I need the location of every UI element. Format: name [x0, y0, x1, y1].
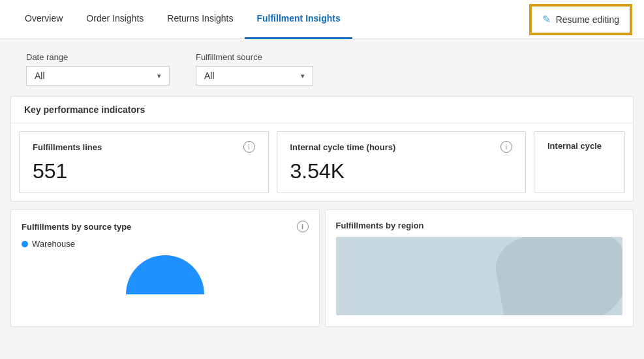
info-icon-1[interactable]: i	[243, 141, 255, 153]
kpi-card-header-1: Fulfillments lines i	[33, 141, 255, 153]
kpi-cards-row: Fulfillments lines i 551 Internal cycle …	[11, 123, 633, 201]
legend-label-warehouse: Warehouse	[32, 239, 75, 249]
kpi-card-title-1: Fulfillments lines	[33, 142, 102, 152]
chart-source-title-text: Fulfillments by source type	[22, 222, 131, 232]
info-icon-2[interactable]: i	[500, 141, 512, 153]
filters-section: Date range All ▾ Fulfillment source All …	[10, 39, 634, 96]
pencil-icon: ✎	[542, 13, 551, 25]
kpi-card-title-3: Internal cycle	[547, 141, 602, 151]
kpi-value-2: 3.54K	[290, 159, 513, 183]
pie-chart-container	[22, 255, 309, 294]
date-range-value: All	[35, 70, 45, 81]
fulfillment-source-filter: Fulfillment source All ▾	[196, 52, 313, 86]
chart-region-title: Fulfillments by region	[336, 221, 623, 230]
chart-fulfillments-by-source: Fulfillments by source type i Warehouse	[10, 210, 320, 327]
pie-chart	[126, 255, 204, 294]
kpi-card-internal-cycle-partial: Internal cycle	[534, 131, 625, 193]
legend-item-warehouse: Warehouse	[22, 239, 309, 249]
kpi-card-header-2: Internal cycle time (hours) i	[290, 141, 513, 153]
tab-order-insights-label: Order Insights	[86, 13, 144, 23]
chevron-down-icon: ▾	[301, 72, 305, 80]
fulfillment-source-label: Fulfillment source	[196, 52, 313, 62]
kpi-card-internal-cycle-time: Internal cycle time (hours) i 3.54K	[277, 131, 527, 193]
kpi-card-header-3: Internal cycle	[547, 141, 611, 151]
date-range-select[interactable]: All ▾	[26, 66, 170, 86]
main-content: Date range All ▾ Fulfillment source All …	[0, 39, 644, 327]
info-icon-source-chart[interactable]: i	[297, 221, 309, 232]
date-range-label: Date range	[26, 52, 170, 62]
tab-overview[interactable]: Overview	[13, 0, 74, 39]
fulfillment-source-select[interactable]: All ▾	[196, 66, 313, 86]
top-nav-bar: Overview Order Insights Returns Insights…	[0, 0, 644, 39]
chevron-down-icon: ▾	[157, 72, 161, 80]
kpi-value-1: 551	[33, 159, 255, 183]
date-range-filter: Date range All ▾	[26, 52, 170, 86]
tab-overview-label: Overview	[25, 13, 63, 23]
kpi-card-title-2: Internal cycle time (hours)	[290, 142, 396, 152]
kpi-section: Key performance indicators Fulfillments …	[10, 96, 634, 202]
chart-region-title-text: Fulfillments by region	[336, 221, 424, 230]
tab-returns-insights-label: Returns Insights	[167, 13, 233, 23]
tab-fulfillment-insights-label: Fulfillment Insights	[256, 13, 340, 23]
tab-returns-insights[interactable]: Returns Insights	[155, 0, 245, 39]
resume-editing-button[interactable]: ✎ Resume editing	[530, 5, 631, 34]
chart-fulfillments-by-region: Fulfillments by region	[325, 210, 634, 327]
resume-editing-label: Resume editing	[556, 14, 619, 25]
tab-order-insights[interactable]: Order Insights	[74, 0, 155, 39]
legend-dot-warehouse	[22, 241, 28, 247]
map-shape	[491, 237, 622, 315]
charts-row: Fulfillments by source type i Warehouse …	[10, 202, 634, 327]
chart-source-title: Fulfillments by source type i	[22, 221, 309, 232]
tab-fulfillment-insights[interactable]: Fulfillment Insights	[245, 0, 352, 39]
fulfillment-source-value: All	[204, 70, 215, 81]
kpi-card-fulfillment-lines: Fulfillments lines i 551	[19, 131, 269, 193]
kpi-section-title: Key performance indicators	[11, 97, 633, 123]
map-container	[336, 237, 623, 315]
